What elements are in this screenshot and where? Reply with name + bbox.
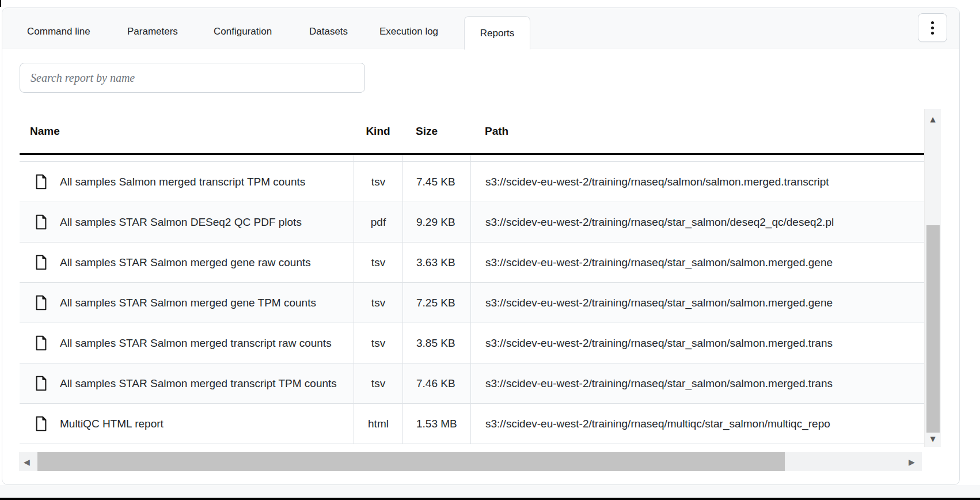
table-row[interactable]: All samples Salmon merged transcript TPM… [20, 162, 924, 202]
report-kind-cell: tsv [354, 162, 402, 202]
report-path-cell: s3://scidev-eu-west-2/training/rnaseq/mu… [470, 404, 924, 444]
scroll-right-icon[interactable]: ▶ [909, 452, 915, 471]
table-row[interactable]: All samples STAR Salmon merged transcrip… [20, 363, 924, 404]
report-size-cell: 7.46 KB [402, 363, 470, 403]
file-icon [35, 255, 47, 270]
report-name: All samples STAR Salmon DESeq2 QC PDF pl… [60, 216, 302, 229]
report-name-cell: All samples STAR Salmon merged gene TPM … [20, 283, 354, 323]
report-size-cell: 1.53 MB [402, 404, 470, 444]
file-icon [35, 214, 47, 230]
report-name-cell: All samples STAR Salmon merged transcrip… [20, 363, 354, 403]
report-name-cell: All samples Salmon merged transcript TPM… [20, 162, 354, 202]
report-path-cell: s3://scidev-eu-west-2/training/rnaseq/st… [470, 323, 924, 363]
search-input[interactable] [20, 63, 365, 93]
run-details-panel: Command line Parameters Configuration Da… [2, 7, 960, 485]
reports-table: Name Kind Size Path All samples Salmon m… [20, 109, 941, 461]
report-name: MultiQC HTML report [60, 418, 164, 430]
report-name-cell [20, 155, 354, 161]
table-row-partial [20, 155, 924, 162]
report-kind-cell: tsv [354, 283, 402, 323]
report-path-cell: s3://scidev-eu-west-2/training/rnaseq/st… [470, 202, 924, 242]
report-kind-cell: tsv [354, 243, 402, 282]
file-icon [35, 335, 47, 351]
horizontal-scrollbar-thumb[interactable] [37, 452, 785, 471]
vertical-scrollbar-thumb[interactable] [926, 225, 940, 433]
report-name: All samples STAR Salmon merged gene raw … [60, 256, 311, 269]
scroll-left-icon[interactable]: ◀ [24, 452, 30, 471]
file-icon [35, 174, 47, 190]
table-row[interactable]: All samples STAR Salmon DESeq2 QC PDF pl… [20, 202, 924, 243]
report-name-cell: All samples STAR Salmon DESeq2 QC PDF pl… [20, 202, 354, 242]
tab-reports[interactable]: Reports [464, 16, 530, 50]
report-name: All samples Salmon merged transcript TPM… [60, 176, 305, 188]
kebab-dot [931, 26, 934, 29]
report-path-cell [470, 155, 924, 161]
tab-bar: Command line Parameters Configuration Da… [2, 8, 959, 48]
report-kind-cell: tsv [354, 323, 402, 363]
report-name: All samples STAR Salmon merged transcrip… [60, 337, 332, 350]
tab-execution-log[interactable]: Execution log [364, 16, 453, 47]
report-size-cell: 3.85 KB [402, 323, 470, 363]
column-header-size: Size [402, 125, 470, 138]
file-icon [35, 376, 47, 391]
tab-label: Configuration [214, 26, 272, 37]
kebab-menu-icon[interactable] [918, 13, 947, 42]
kebab-dot [931, 21, 934, 24]
page-background-band [0, 485, 980, 498]
screen-edge [0, 498, 980, 500]
report-path-cell: s3://scidev-eu-west-2/training/rnaseq/sa… [470, 162, 924, 202]
report-path-cell: s3://scidev-eu-west-2/training/rnaseq/st… [470, 243, 924, 282]
horizontal-scrollbar[interactable]: ◀ ▶ [19, 452, 922, 471]
table-body: All samples Salmon merged transcript TPM… [20, 155, 924, 444]
window-edge-artifact [0, 0, 1, 7]
report-name: All samples STAR Salmon merged transcrip… [60, 377, 337, 390]
tab-datasets[interactable]: Datasets [294, 16, 363, 47]
kebab-dot [931, 32, 934, 35]
column-header-kind: Kind [354, 125, 402, 138]
scroll-up-icon[interactable]: ▲ [925, 116, 941, 123]
report-kind-cell: tsv [354, 363, 402, 403]
tab-label: Reports [480, 28, 515, 39]
report-size-cell: 9.29 KB [402, 202, 470, 242]
column-header-name: Name [20, 125, 354, 138]
tab-command-line[interactable]: Command line [12, 16, 105, 47]
vertical-scrollbar[interactable]: ▲ ▼ [924, 109, 941, 447]
report-name-cell: All samples STAR Salmon merged gene raw … [20, 243, 354, 282]
report-path-cell: s3://scidev-eu-west-2/training/rnaseq/st… [470, 283, 924, 323]
file-icon [35, 295, 47, 310]
scroll-down-icon[interactable]: ▼ [925, 435, 941, 442]
tab-label: Datasets [309, 26, 348, 37]
table-row[interactable]: All samples STAR Salmon merged gene raw … [20, 243, 924, 283]
table-row[interactable]: All samples STAR Salmon merged gene TPM … [20, 283, 924, 323]
report-name-cell: All samples STAR Salmon merged transcrip… [20, 323, 354, 363]
report-kind-cell: html [354, 404, 402, 444]
tab-label: Command line [27, 26, 90, 37]
column-header-path: Path [470, 125, 924, 138]
report-name-cell: MultiQC HTML report [20, 404, 354, 444]
tab-label: Parameters [127, 26, 178, 37]
report-size-cell: 7.45 KB [402, 162, 470, 202]
report-name: All samples STAR Salmon merged gene TPM … [60, 297, 316, 309]
table-header-row: Name Kind Size Path [20, 109, 924, 155]
tab-label: Execution log [379, 26, 438, 37]
tab-parameters[interactable]: Parameters [112, 16, 193, 47]
report-kind-cell: pdf [354, 202, 402, 242]
report-size-cell [402, 155, 470, 161]
table-row[interactable]: MultiQC HTML report html 1.53 MB s3://sc… [20, 404, 924, 444]
tab-configuration[interactable]: Configuration [199, 16, 287, 47]
table-row[interactable]: All samples STAR Salmon merged transcrip… [20, 323, 924, 363]
report-size-cell: 7.25 KB [402, 283, 470, 323]
report-size-cell: 3.63 KB [402, 243, 470, 282]
report-kind-cell [354, 155, 402, 161]
file-icon [35, 416, 47, 431]
report-path-cell: s3://scidev-eu-west-2/training/rnaseq/st… [470, 363, 924, 403]
